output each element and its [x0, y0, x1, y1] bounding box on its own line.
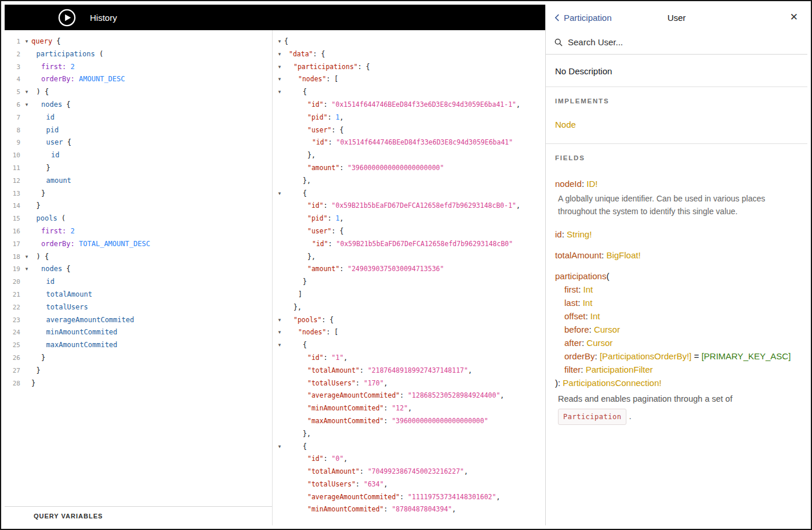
json-key-token: "amount" [307, 164, 339, 172]
doc-arg-name[interactable]: orderBy [564, 351, 595, 361]
fold-toggle-icon[interactable]: ▾ [275, 441, 284, 453]
fold-toggle-icon[interactable]: ▾ [22, 251, 31, 264]
doc-type-link[interactable]: Int [583, 284, 593, 294]
doc-type-link-node[interactable]: Node [555, 120, 798, 129]
query-code-line: 5▾) { [5, 86, 272, 99]
result-code-line: "user": { [275, 124, 545, 137]
result-code-line: ▾{ [275, 188, 545, 200]
json-key-token: "id" [307, 455, 324, 463]
doc-arg-name[interactable]: before [564, 325, 589, 334]
punctuation-token: { [284, 37, 288, 45]
doc-type-link[interactable]: ParticipationsConnection! [563, 378, 661, 388]
doc-punctuation: ): [555, 378, 563, 388]
fold-toggle-icon [275, 225, 284, 238]
fold-toggle-icon [275, 491, 284, 504]
result-code-line: }, [275, 301, 545, 314]
doc-type-link[interactable]: BigFloat! [606, 250, 640, 260]
fold-toggle-icon [275, 453, 284, 466]
fold-toggle-icon[interactable]: ▾ [275, 314, 284, 327]
doc-type-link[interactable]: String! [567, 229, 592, 239]
json-string-token: "128685230528984924400" [408, 391, 500, 399]
line-number: 25 [5, 339, 22, 352]
punctuation-token: { [62, 100, 70, 109]
query-variables-label: QUERY VARIABLES [34, 513, 103, 520]
doc-arg-name[interactable]: filter [564, 365, 581, 374]
doc-field-line: totalAmount: BigFloat! [555, 248, 798, 262]
doc-arg-name[interactable]: first [564, 284, 578, 294]
fold-toggle-icon[interactable]: ▾ [22, 99, 31, 111]
punctuation-token: { [62, 265, 70, 273]
fold-toggle-icon[interactable]: ▾ [22, 86, 31, 99]
doc-back-link[interactable]: Participation [554, 13, 612, 23]
punctuation-token: : [400, 493, 408, 501]
doc-field-name[interactable]: totalAmount [555, 250, 601, 260]
doc-field-name[interactable]: participations [555, 271, 606, 281]
result-code-line: }, [275, 428, 545, 441]
doc-type-chip[interactable]: Participation [558, 409, 626, 425]
result-code-line: ▾{ [275, 86, 545, 99]
result-code-line: "averageAmountCommited": "12868523052898… [275, 390, 545, 402]
json-string-token: "1" [332, 354, 344, 362]
fold-toggle-icon[interactable]: ▾ [275, 326, 284, 339]
execute-button[interactable] [58, 9, 76, 27]
line-number: 27 [5, 365, 22, 377]
fold-toggle-icon[interactable]: ▾ [22, 35, 31, 48]
fold-toggle-icon[interactable]: ▾ [275, 86, 284, 99]
result-code-line: "id": "0x59B21b5bEaFD67DeFCA12658efd7b96… [275, 200, 545, 212]
doc-fields-list: nodeId: ID!A globally unique identifier.… [555, 177, 798, 425]
history-button[interactable]: History [90, 13, 117, 23]
doc-description-text: Reads and enables pagination through a s… [558, 392, 798, 405]
fold-toggle-icon[interactable]: ▾ [275, 35, 284, 48]
line-number: 2 [5, 48, 22, 61]
query-code-line: 3first: 2 [5, 61, 272, 74]
punctuation-token: : [384, 505, 392, 513]
doc-close-button[interactable]: ✕ [790, 11, 798, 23]
punctuation-token: : [356, 379, 364, 387]
field-token: participations [37, 50, 95, 58]
line-number: 23 [5, 314, 22, 327]
doc-arg-name[interactable]: last [564, 298, 578, 308]
doc-field-name[interactable]: nodeId [555, 179, 582, 189]
doc-type-link[interactable]: Cursor [594, 325, 620, 334]
fold-toggle-icon [275, 212, 284, 225]
punctuation-token: }, [303, 176, 311, 185]
result-code-line: }, [275, 175, 545, 188]
fold-toggle-icon [275, 136, 284, 149]
doc-arg-name[interactable]: offset [564, 311, 585, 321]
field-token: id [46, 113, 55, 121]
field-token: amount [46, 176, 71, 185]
field-token: pid [46, 126, 59, 134]
result-code-line: "amount": "3960000000000000000000" [275, 162, 545, 175]
graphiql-main-area: History 1▾query {2participations (3first… [5, 5, 545, 525]
doc-field-name[interactable]: id [555, 229, 562, 239]
result-code-line: "totalUsers": "170", [275, 377, 545, 390]
doc-type-link[interactable]: ID! [586, 179, 597, 189]
fold-toggle-icon[interactable]: ▾ [22, 263, 31, 276]
doc-search-input[interactable] [568, 37, 799, 47]
fold-toggle-icon [22, 200, 31, 212]
query-code-line: 8pid [5, 124, 272, 137]
fold-toggle-icon[interactable]: ▾ [275, 73, 284, 86]
doc-type-link[interactable]: Int [583, 298, 593, 308]
punctuation-token: : { [358, 63, 370, 71]
query-editor-pane[interactable]: 1▾query {2participations (3first: 24orde… [5, 30, 273, 525]
doc-type-link[interactable]: [ParticipationsOrderBy!] [600, 351, 691, 361]
doc-arg-name[interactable]: after [564, 338, 582, 348]
json-key-token: "amount" [307, 265, 339, 273]
fold-toggle-icon[interactable]: ▾ [275, 339, 284, 352]
fold-toggle-icon[interactable]: ▾ [275, 61, 284, 74]
punctuation-token: ) { [37, 253, 49, 261]
doc-type-link[interactable]: Cursor [586, 338, 612, 348]
fold-toggle-icon[interactable]: ▾ [275, 188, 284, 200]
query-variables-toggle[interactable]: QUERY VARIABLES [5, 506, 272, 525]
fold-toggle-icon [22, 212, 31, 225]
fold-toggle-icon[interactable]: ▾ [275, 48, 284, 61]
fold-toggle-icon [22, 276, 31, 289]
punctuation-token: , [464, 467, 468, 475]
punctuation-token: } [41, 189, 45, 197]
doc-field-line: participations( [555, 269, 798, 283]
doc-type-link[interactable]: Int [590, 311, 600, 321]
result-viewer-pane[interactable]: ▾{▾"data": {▾"participations": {▾"nodes"… [273, 30, 545, 525]
doc-type-link[interactable]: ParticipationFilter [586, 365, 653, 374]
doc-punctuation: : [562, 229, 567, 239]
